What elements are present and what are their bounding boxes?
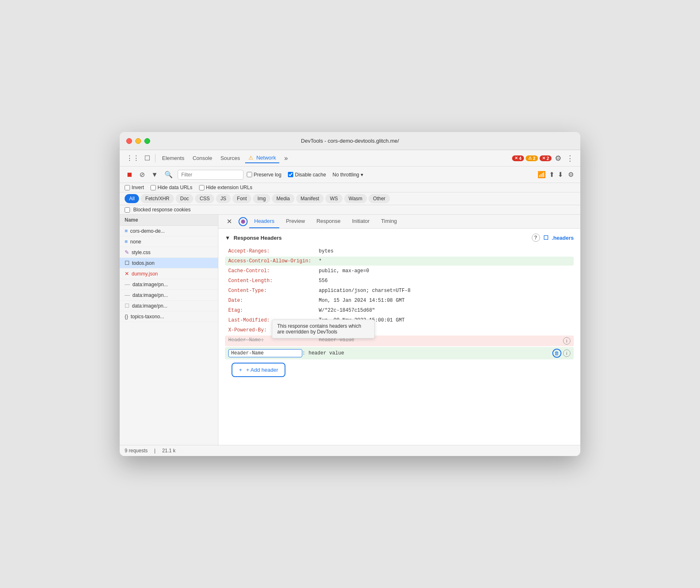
header-value: bytes [319,248,570,254]
filter-checkboxes: Invert Hide data URLs Hide extension URL… [125,185,252,190]
list-item[interactable]: ✕ dummy.json [120,269,218,279]
info-icon[interactable]: i [563,350,570,357]
tab-response[interactable]: Response [311,215,345,228]
chip-js[interactable]: JS [216,194,231,203]
wifi-icon[interactable]: 📶 [538,171,546,178]
settings-button[interactable]: ⚙ [553,152,563,164]
list-item[interactable]: ≡ none [120,236,218,247]
record-circle-icon [239,217,248,226]
tab-headers[interactable]: Headers [249,215,279,228]
list-item[interactable]: — data:image/pn... [120,290,218,301]
selector-tool-button[interactable]: ⋮⋮ [125,153,141,164]
tab-console[interactable]: Console [189,153,216,163]
invert-checkbox[interactable] [125,185,130,190]
list-item[interactable]: ☐ data:image/pn... [120,301,218,311]
collapse-icon[interactable]: ▼ [225,235,230,241]
hide-data-urls-label[interactable]: Hide data URLs [151,185,192,190]
hide-extension-urls-label[interactable]: Hide extension URLs [199,185,253,190]
delete-header-button[interactable]: 🗑 [552,349,561,358]
list-item[interactable]: ✎ style.css [120,247,218,258]
download-icon[interactable]: ⬇ [558,171,563,178]
file-name: cors-demo-de... [130,228,165,234]
info-icon[interactable]: i [563,337,570,345]
curly-icon: {} [125,313,128,319]
section-actions: ? ☐ .headers [532,234,574,242]
blocked-cookies-checkbox[interactable] [125,207,130,213]
tab-preview[interactable]: Preview [281,215,310,228]
clear-button[interactable]: ⊘ [138,169,146,180]
header-name: Date: [228,298,319,303]
css-icon: ✎ [125,249,129,255]
device-toolbar-button[interactable]: ☐ [143,153,152,164]
help-icon[interactable]: ? [532,234,540,242]
add-header-button[interactable]: + + Add header [232,363,285,377]
header-name: Etag: [228,308,319,313]
chip-img[interactable]: Img [253,194,270,203]
chip-doc[interactable]: Doc [176,194,193,203]
headers-file-link[interactable]: .headers [552,235,574,241]
upload-icon[interactable]: ⬆ [549,171,554,178]
detail-tabs: ✕ Headers Preview Response Initiator Tim… [218,215,580,229]
error-icon: ✕ [125,271,129,277]
filter-input[interactable] [178,170,243,180]
disable-cache-label[interactable]: Disable cache [288,172,326,178]
traffic-lights [126,138,150,144]
tab-elements[interactable]: Elements [159,153,188,163]
chip-css[interactable]: CSS [195,194,214,203]
chip-fetch-xhr[interactable]: Fetch/XHR [141,194,174,203]
list-item[interactable]: — data:image/pn... [120,279,218,290]
header-value: Mon, 15 Jan 2024 14:51:08 GMT [319,298,570,303]
chip-other[interactable]: Other [369,194,390,203]
search-button[interactable]: 🔍 [163,169,174,180]
tab-initiator[interactable]: Initiator [347,215,375,228]
tab-timing[interactable]: Timing [376,215,402,228]
network-settings-button[interactable]: ⚙ [566,169,575,180]
file-name: none [130,239,141,245]
tab-network[interactable]: ⚠ Network [245,153,279,163]
window-title: DevTools - cors-demo-devtools.glitch.me/ [301,138,399,144]
close-detail-button[interactable]: ✕ [223,216,235,227]
disable-cache-checkbox[interactable] [288,172,293,177]
request-count: 9 requests [125,448,148,454]
file-name: todos.json [132,260,155,266]
chip-media[interactable]: Media [272,194,294,203]
header-value: public, max-age=0 [319,268,570,274]
chip-wasm[interactable]: Wasm [344,194,367,203]
header-name-input[interactable] [228,349,302,357]
list-item[interactable]: ≡ cors-demo-de... [120,226,218,236]
file-name: topics-taxono... [131,314,164,319]
fullscreen-button[interactable] [144,138,150,144]
plus-icon: + [239,367,242,373]
preserve-log-checkbox[interactable] [247,172,252,177]
invert-label[interactable]: Invert [125,185,144,190]
preserve-log-label[interactable]: Preserve log [247,172,281,178]
chip-font[interactable]: Font [232,194,251,203]
hide-data-urls-checkbox[interactable] [151,185,156,190]
list-item-selected[interactable]: ☐ todos.json [120,258,218,269]
header-name: Accept-Ranges: [228,248,319,254]
close-button[interactable] [126,138,132,144]
more-button[interactable]: ⋮ [565,152,575,164]
network-toolbar: ⏹ ⊘ ▼ 🔍 Preserve log Disable cache No th… [120,167,580,183]
header-row-override-new: : header value 🗑 i [225,347,574,359]
header-row-etag: Etag: W/"22c-18457c15d68" [225,306,574,315]
document-icon: ≡ [125,238,128,245]
file-name: style.css [132,250,151,255]
more-tabs-button[interactable]: » [281,153,291,164]
filter-button[interactable]: ▼ [150,169,160,180]
header-row-content-type: Content-Type: application/json; charset=… [225,286,574,295]
file-name: data:image/pn... [132,303,167,309]
chip-ws[interactable]: WS [325,194,342,203]
minimize-button[interactable] [135,138,141,144]
stop-recording-button[interactable]: ⏹ [125,169,134,180]
transfer-size: 21.1 k [162,448,176,454]
throttle-selector[interactable]: No throttling ▾ [333,172,363,178]
warning-triangle-icon: ⚠ [528,156,532,160]
list-item[interactable]: {} topics-taxono... [120,311,218,322]
chip-manifest[interactable]: Manifest [296,194,324,203]
chip-all[interactable]: All [125,194,139,203]
tab-sources[interactable]: Sources [217,153,243,163]
header-value: W/"22c-18457c15d68" [319,308,570,313]
file-list: Name ≡ cors-demo-de... ≡ none ✎ style.cs… [120,215,218,445]
hide-extension-urls-checkbox[interactable] [199,185,204,190]
